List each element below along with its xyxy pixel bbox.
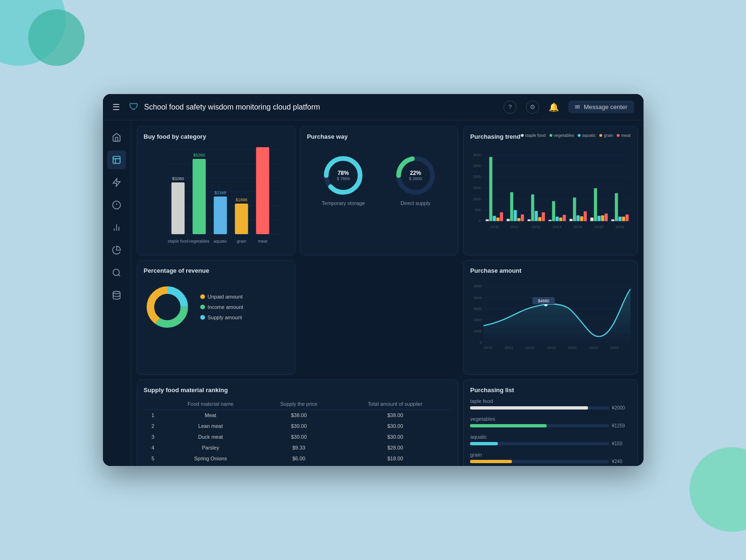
svg-line-11 (118, 275, 120, 276)
svg-rect-29 (235, 204, 248, 234)
table-row: 4 Parsley $9.33 $28.00 (144, 442, 452, 453)
message-center-label: Message center (584, 103, 628, 110)
cell-price: $30.00 (259, 432, 339, 442)
svg-text:$5260: $5260 (193, 153, 205, 158)
buy-food-svg: $3260 staple food $5260 vegetables $2348… (144, 145, 288, 248)
cell-rank: 6 (144, 464, 163, 466)
purchasing-list-items: taple food ¥2000 vegetables ¥1259 aquati… (470, 398, 630, 466)
list-bar-fill (470, 442, 498, 445)
sidebar-item-finance[interactable] (107, 196, 126, 214)
svg-rect-78 (590, 218, 594, 221)
list-bar-fill (470, 460, 512, 463)
sidebar-item-pie[interactable] (107, 241, 126, 260)
svg-text:aquatic: aquatic (213, 239, 228, 244)
header-title: School food safety wisdom monitoring clo… (144, 103, 320, 111)
svg-rect-57 (500, 212, 503, 221)
menu-icon[interactable]: ☰ (112, 102, 120, 112)
list-item: aquatic ¥150 (470, 434, 630, 446)
svg-rect-32 (256, 147, 269, 234)
header: ☰ 🛡 School food safety wisdom monitoring… (103, 94, 644, 120)
supply-table: Food material name Supply the price Tota… (144, 398, 452, 466)
donut2: 22% $ 2600 (394, 154, 437, 197)
cell-name: Duck meat (162, 432, 259, 442)
purchasing-list-title: Purchasing list (470, 386, 630, 394)
list-bar-value: ¥150 (612, 441, 631, 446)
svg-text:$3260: $3260 (172, 176, 184, 181)
svg-rect-73 (570, 219, 573, 221)
svg-text:$2348: $2348 (214, 190, 226, 195)
svg-text:$6820: $6820 (257, 145, 268, 146)
svg-text:2000: 2000 (473, 174, 481, 179)
cell-total: $18.00 (339, 464, 451, 466)
svg-rect-58 (507, 219, 510, 221)
sidebar-item-inbox[interactable] (107, 128, 126, 147)
sidebar-item-alerts[interactable] (107, 173, 126, 192)
unpaid-label: Unpaid amount (208, 294, 243, 300)
legend-veg: vegetables (550, 133, 574, 138)
buy-food-title: Buy food by category (144, 133, 288, 140)
svg-rect-82 (605, 213, 608, 221)
svg-rect-87 (626, 214, 629, 221)
supply-legend: Supply amount (200, 315, 243, 320)
svg-text:10/13: 10/13 (553, 225, 562, 229)
sidebar-item-search[interactable] (107, 263, 126, 282)
svg-text:0: 0 (479, 219, 481, 223)
supply-ranking-title: Supply food material ranking (144, 386, 452, 394)
list-bar-fill (470, 424, 546, 427)
svg-text:10/13: 10/13 (547, 346, 556, 350)
cell-total: $18.00 (339, 453, 451, 464)
svg-marker-3 (113, 179, 120, 187)
donut1-val: $ 7869 (337, 176, 350, 181)
message-center[interactable]: ✉ Message center (568, 101, 634, 113)
col-price: Supply the price (259, 398, 339, 410)
donut2-container: 22% $ 2600 Direct supply (394, 154, 437, 206)
revenue-donut (144, 284, 191, 331)
cell-rank: 5 (144, 453, 163, 464)
purchase-way-content: 78% $ 7869 Temporary storage (307, 145, 451, 215)
svg-text:10/10: 10/10 (484, 346, 493, 350)
sidebar-item-reports[interactable] (107, 150, 126, 169)
svg-rect-72 (563, 215, 566, 221)
svg-rect-63 (528, 220, 531, 221)
cell-rank: 2 (144, 421, 163, 432)
svg-rect-54 (489, 157, 493, 221)
svg-rect-70 (556, 217, 559, 221)
donut1: 78% $ 7869 (322, 154, 364, 197)
svg-rect-56 (496, 218, 500, 221)
table-row: 5 Spring Onions $6.00 $18.00 (144, 453, 452, 464)
purchase-amount-svg: 4000 5000 3000 2000 1000 0 (470, 279, 630, 366)
svg-rect-23 (192, 159, 205, 234)
purchase-amount-card: Purchase amount 4000 5000 3000 2000 1000… (463, 260, 637, 375)
purchase-way-title: Purchase way (307, 133, 451, 140)
revenue-card: Percentage of revenue (137, 260, 295, 375)
bell-icon[interactable]: 🔔 (549, 102, 559, 112)
svg-text:10/11: 10/11 (504, 346, 513, 350)
list-item-label: vegetables (470, 416, 495, 422)
list-bar-fill (470, 406, 588, 410)
settings-icon[interactable]: ⚙ (526, 101, 539, 114)
svg-point-99 (155, 295, 180, 319)
list-item: grain ¥240 (470, 452, 630, 464)
svg-text:3000: 3000 (474, 307, 482, 311)
donut2-label: Direct supply (400, 200, 431, 206)
table-row: 6 Chicken $18.00 $18.00 (144, 464, 452, 466)
purchase-way-card: Purchase way 78% $ 7869 (300, 126, 458, 255)
sidebar-item-analytics[interactable] (107, 218, 126, 237)
svg-text:10/12: 10/12 (532, 225, 541, 229)
cell-price: $30.00 (259, 421, 339, 432)
purchase-amount-title: Purchase amount (470, 267, 630, 274)
sidebar-item-storage[interactable] (107, 286, 126, 305)
buy-food-card: Buy food by category $3260 (137, 126, 295, 255)
cell-price: $6.00 (259, 453, 339, 464)
income-label: Income amount (208, 304, 243, 310)
svg-rect-60 (514, 210, 517, 221)
purchasing-trend-card: Purchasing trend staple food vegetables (463, 126, 637, 255)
svg-text:staple food: staple food (167, 239, 188, 244)
revenue-title: Percentage of revenue (144, 267, 288, 274)
svg-rect-59 (510, 192, 514, 221)
help-icon[interactable]: ? (503, 101, 517, 114)
cell-name: Parsley (162, 442, 259, 453)
svg-text:3000: 3000 (473, 153, 481, 157)
content-area: Buy food by category $3260 (131, 120, 644, 466)
legend-staple: staple food (521, 133, 546, 138)
